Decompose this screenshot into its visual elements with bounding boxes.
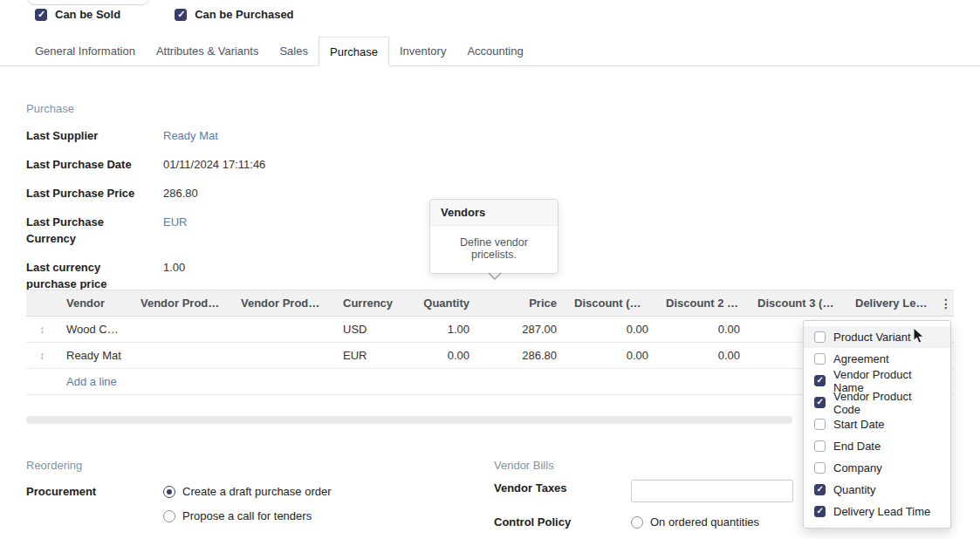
dropdown-item-delivery-lead-time[interactable]: Delivery Lead Time <box>804 501 950 522</box>
vendor-taxes-label: Vendor Taxes <box>494 480 607 502</box>
radio-option-on-ordered[interactable]: On ordered quantities <box>631 514 763 530</box>
product-variant-checkbox[interactable] <box>814 331 826 343</box>
can-be-sold-checkbox[interactable] <box>35 9 47 21</box>
dropdown-item-end-date[interactable]: End Date <box>804 435 950 457</box>
tab-attributes-variants[interactable]: Attributes & Variants <box>146 37 270 65</box>
cell-currency[interactable]: EUR <box>334 343 404 369</box>
field-last-supplier: Last Supplier Ready Mat <box>26 127 410 144</box>
can-be-sold-label: Can be Sold <box>55 8 120 21</box>
can-be-purchased-option[interactable]: Can be Purchased <box>175 8 293 21</box>
dropdown-item-vendor-product-name[interactable]: Vendor Product Name <box>804 370 950 392</box>
last-purchase-currency-label: Last Purchase Currency <box>26 214 140 247</box>
on-ordered-label: On ordered quantities <box>650 514 759 530</box>
field-last-purchase-price: Last Purchase Price 286.80 <box>26 185 410 201</box>
optional-columns-icon[interactable]: ⋮ <box>938 290 954 317</box>
table-horizontal-scrollbar[interactable] <box>26 416 792 424</box>
on-ordered-radio[interactable] <box>631 516 643 529</box>
last-purchase-price-label: Last Purchase Price <box>26 185 140 201</box>
col-header-vendor[interactable]: Vendor <box>58 290 132 317</box>
vendors-popover: Vendors Define vendor pricelists. <box>429 199 559 274</box>
col-header-vendor-product-name[interactable]: Vendor Produc... <box>132 290 232 317</box>
delivery-lead-time-checkbox[interactable] <box>814 506 826 517</box>
vendor-taxes-input[interactable] <box>631 480 793 502</box>
drag-handle-icon[interactable]: ↕ <box>26 343 58 369</box>
dropdown-item-label: Delivery Lead Time <box>833 505 930 518</box>
agreement-checkbox[interactable] <box>814 353 826 365</box>
handle-column-header <box>26 290 58 317</box>
last-purchase-date-label: Last Purchase Date <box>26 156 140 173</box>
quantity-checkbox[interactable] <box>814 484 826 495</box>
radio-option-draft-purchase-order[interactable]: Create a draft purchase order <box>163 483 332 500</box>
cell-vendor-product-name[interactable] <box>132 343 232 369</box>
last-supplier-link[interactable]: Ready Mat <box>163 127 218 144</box>
dropdown-item-product-variant[interactable]: Product Variant <box>804 326 950 348</box>
dropdown-item-vendor-product-code[interactable]: Vendor Product Code <box>804 392 950 413</box>
cell-vendor-product-code[interactable] <box>232 343 334 369</box>
cell-quantity[interactable]: 1.00 <box>404 317 478 343</box>
col-header-discount3[interactable]: Discount 3 (%)... <box>749 290 846 317</box>
cell-currency[interactable]: USD <box>334 317 404 343</box>
purchase-section-title: Purchase <box>26 102 74 115</box>
start-date-checkbox[interactable] <box>814 419 826 430</box>
last-supplier-label: Last Supplier <box>26 127 140 144</box>
dropdown-item-label: Quantity <box>833 483 875 496</box>
field-last-currency-purchase-price: Last currency purchase price 1.00 <box>26 259 410 292</box>
dropdown-item-label: Company <box>833 461 882 474</box>
tab-purchase[interactable]: Purchase <box>319 37 389 66</box>
cell-discount[interactable]: 0.00 <box>565 343 657 369</box>
control-policy-radio-group: On ordered quantities On received quanti… <box>631 514 763 539</box>
cell-vendor[interactable]: Ready Mat <box>58 343 132 369</box>
vendor-bills-section-title: Vendor Bills <box>494 459 554 472</box>
last-currency-purchase-price-value: 1.00 <box>163 259 185 292</box>
add-a-line-link[interactable]: Add a line <box>66 375 117 388</box>
dropdown-item-company[interactable]: Company <box>804 457 950 479</box>
dropdown-item-label: Start Date <box>833 418 885 431</box>
product-name-input[interactable] <box>26 0 150 5</box>
cell-quantity[interactable]: 0.00 <box>404 343 478 369</box>
col-header-discount[interactable]: Discount (%)... <box>565 290 657 317</box>
tab-accounting[interactable]: Accounting <box>456 37 533 65</box>
col-header-vendor-product-code[interactable]: Vendor Produc... <box>232 290 334 317</box>
draft-purchase-order-radio[interactable] <box>163 486 175 498</box>
reordering-section-title: Reordering <box>26 459 82 472</box>
tab-inventory[interactable]: Inventory <box>389 37 456 65</box>
field-last-purchase-date: Last Purchase Date 01/11/2024 17:11:46 <box>26 156 410 173</box>
last-currency-purchase-price-label: Last currency purchase price <box>26 259 140 292</box>
cell-discount2[interactable]: 0.00 <box>657 317 749 343</box>
drag-handle-icon[interactable]: ↕ <box>26 317 58 343</box>
cell-price[interactable]: 286.80 <box>478 343 565 369</box>
can-be-purchased-checkbox[interactable] <box>175 9 187 21</box>
cell-vendor-product-code[interactable] <box>232 317 334 343</box>
col-header-quantity[interactable]: Quantity <box>404 290 478 317</box>
notebook-tabs: General Information Attributes & Variant… <box>0 37 980 66</box>
col-header-discount2[interactable]: Discount 2 (%)... <box>657 290 749 317</box>
dropdown-item-agreement[interactable]: Agreement <box>804 348 950 370</box>
dropdown-item-quantity[interactable]: Quantity <box>804 479 950 501</box>
cell-empty <box>26 369 58 395</box>
col-header-delivery-lead[interactable]: Delivery Lead ... <box>846 290 938 317</box>
cell-vendor-product-name[interactable] <box>132 317 232 343</box>
tab-general-information[interactable]: General Information <box>24 37 146 65</box>
radio-option-call-for-tenders[interactable]: Propose a call for tenders <box>163 508 332 524</box>
dropdown-item-label: End Date <box>833 440 881 453</box>
company-checkbox[interactable] <box>814 462 826 474</box>
vendor-product-code-checkbox[interactable] <box>814 397 826 408</box>
vendor-product-name-checkbox[interactable] <box>814 375 826 386</box>
optional-columns-dropdown: Product Variant Agreement Vendor Product… <box>803 320 951 529</box>
col-header-price[interactable]: Price <box>478 290 565 317</box>
cell-vendor[interactable]: Wood Cor… <box>58 317 132 343</box>
tab-sales[interactable]: Sales <box>269 37 319 65</box>
end-date-checkbox[interactable] <box>814 440 826 452</box>
col-header-currency[interactable]: Currency <box>334 290 404 317</box>
can-be-sold-option[interactable]: Can be Sold <box>35 8 120 21</box>
cell-discount[interactable]: 0.00 <box>565 317 657 343</box>
cell-discount2[interactable]: 0.00 <box>657 343 749 369</box>
product-form-page: Can be Sold Can be Purchased General Inf… <box>0 0 980 539</box>
dropdown-item-start-date[interactable]: Start Date <box>804 413 950 435</box>
cell-price[interactable]: 287.00 <box>478 317 565 343</box>
call-for-tenders-radio[interactable] <box>163 510 175 522</box>
mouse-cursor <box>913 327 925 347</box>
control-policy-label: Control Policy <box>494 514 607 539</box>
last-purchase-currency-link[interactable]: EUR <box>163 214 187 247</box>
draft-purchase-order-label: Create a draft purchase order <box>182 483 332 500</box>
